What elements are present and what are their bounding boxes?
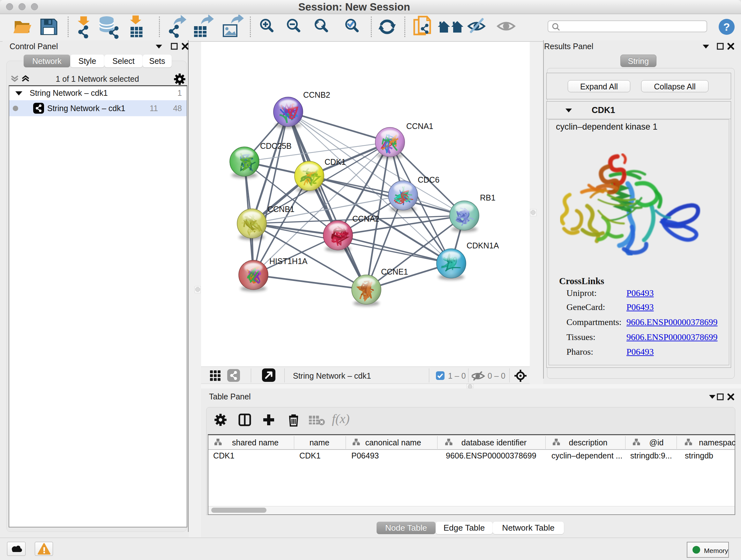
svg-text:CDKN1A: CDKN1A bbox=[467, 241, 499, 250]
svg-text:RB1: RB1 bbox=[480, 193, 495, 202]
svg-text:HIST1H1A: HIST1H1A bbox=[269, 257, 308, 266]
svg-text:CCNE1: CCNE1 bbox=[381, 267, 408, 276]
svg-text:CDC25B: CDC25B bbox=[260, 141, 292, 150]
svg-text:CDK1: CDK1 bbox=[325, 158, 346, 166]
svg-text:CCNA2: CCNA2 bbox=[352, 214, 380, 223]
svg-text:CCNB2: CCNB2 bbox=[303, 90, 330, 99]
svg-text:CCNB1: CCNB1 bbox=[267, 205, 294, 213]
svg-text:CDC6: CDC6 bbox=[418, 175, 440, 184]
svg-text:CCNA1: CCNA1 bbox=[406, 122, 433, 131]
